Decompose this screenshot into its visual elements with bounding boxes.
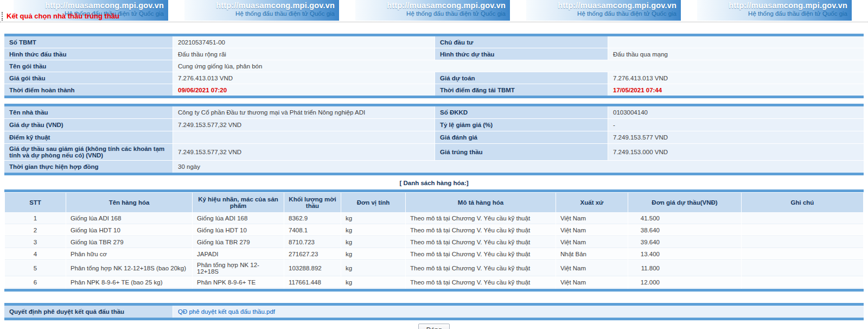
goods-cell: 103288.892 (284, 261, 341, 276)
banner-subtitle-text: Hệ thống đấu thầu điện tử Quốc gia (697, 10, 847, 17)
field-label: Thời điểm hoàn thành (4, 84, 173, 96)
field-label: Giá trúng thầu (435, 144, 608, 160)
goods-column-header: Ghi chú (742, 193, 863, 212)
goods-column-header: Khối lượng mời thầu (284, 193, 341, 212)
banner-subtitle-text: Hệ thống đấu thầu điện tử Quốc gia (355, 10, 506, 17)
goods-cell: kg (341, 249, 405, 260)
field-label: Số TBMT (4, 36, 173, 48)
goods-cell: 4 (5, 249, 66, 260)
completion-time-value: 09/06/2021 07:20 (173, 84, 435, 96)
goods-column-header: Đơn vị tính (341, 193, 405, 212)
banner-url-text: http://muasamcong.mpi.gov.vn (526, 1, 676, 10)
goods-cell: Phân hữu cơ (66, 249, 192, 260)
banner-subtitle-text: Hệ thống đấu thầu điện tử Quốc gia (184, 10, 335, 17)
field-value: Đấu thầu rộng rãi (173, 48, 435, 60)
goods-cell: Theo mô tả tại Chương V. Yêu cầu kỹ thuậ… (406, 249, 556, 260)
field-value: 7.249.153.000 VND (608, 144, 864, 160)
title-drag-handle (2, 12, 3, 21)
field-label: Tên gói thầu (4, 60, 173, 72)
field-label: Giá dự thầu sau giảm giá (không tính các… (4, 144, 173, 160)
main-content: Số TBMT 20210537451-00 Chủ đầu tư Hình t… (4, 34, 864, 329)
goods-cell: JAPADI (193, 249, 284, 260)
field-value: 7.276.413.013 VND (608, 72, 864, 84)
tender-info-table: Số TBMT 20210537451-00 Chủ đầu tư Hình t… (4, 34, 864, 98)
goods-column-header: Đơn giá dự thầu(VNĐ) (628, 193, 741, 212)
banner-url-text: http://muasamcong.mpi.gov.vn (14, 1, 164, 10)
goods-cell: 3 (5, 237, 66, 248)
field-label: Điểm kỹ thuật (4, 131, 173, 143)
table-row: 3Giống lúa TBR 279Giống lúa TBR 2798710.… (5, 237, 863, 248)
goods-cell (742, 225, 863, 236)
goods-cell: Giống lúa HDT 10 (66, 225, 192, 236)
field-value: 7.249.153.577,32 VND (173, 144, 435, 160)
watermark-banner-row: http://muasamcong.mpi.gov.vn Hệ thống đấ… (0, 0, 868, 21)
field-value: Công ty Cổ phần Đầu tư thương mại và Phá… (173, 106, 435, 118)
goods-cell: 11.800 (628, 261, 741, 276)
goods-cell (742, 213, 863, 224)
goods-cell: Việt Nam (556, 277, 628, 288)
goods-cell: Theo mô tả tại Chương V. Yêu cầu kỹ thuậ… (406, 237, 556, 248)
goods-cell: Giống lúa ADI 168 (193, 213, 284, 224)
watermark-banner: http://muasamcong.mpi.gov.vn Hệ thống đấ… (184, 0, 339, 21)
goods-cell: kg (341, 277, 405, 288)
banner-url-text: http://muasamcong.mpi.gov.vn (184, 1, 335, 10)
goods-cell: 1 (5, 213, 66, 224)
field-label: Giá dự toán (435, 72, 608, 84)
goods-column-header: Xuất xứ (556, 193, 628, 212)
goods-column-header: STT (5, 193, 66, 212)
goods-cell: kg (341, 261, 405, 276)
goods-cell: 39.640 (628, 237, 741, 248)
field-value: 0103004140 (608, 106, 864, 118)
decision-section: Quyết định phê duyệt kết quả đấu thầu QĐ… (4, 303, 864, 320)
field-value: 7.249.153.577,32 VND (173, 119, 435, 131)
footer: Đóng (4, 324, 864, 329)
field-label: Hình thức dự thầu (435, 48, 608, 60)
goods-cell: Việt Nam (556, 225, 628, 236)
field-label: Thời điểm đăng tải TBMT (435, 84, 608, 96)
goods-table: STTTên hàng hóaKý hiệu nhãn, mác của sản… (4, 189, 864, 292)
goods-cell (742, 261, 863, 276)
goods-cell: Giống lúa TBR 279 (193, 237, 284, 248)
decision-label: Quyết định phê duyệt kết quả đấu thầu (4, 306, 173, 318)
goods-cell (742, 249, 863, 260)
goods-cell: Phân NPK 8-9-6+ TE (bao 25 kg) (66, 277, 192, 288)
goods-cell: Nhật Bản (556, 249, 628, 260)
goods-cell: Theo mô tả tại Chương V. Yêu cầu kỹ thuậ… (406, 213, 556, 224)
field-value: 7.276.413.013 VND (173, 72, 435, 84)
goods-cell: Giống lúa HDT 10 (193, 225, 284, 236)
goods-cell: Theo mô tả tại Chương V. Yêu cầu kỹ thuậ… (406, 277, 556, 288)
goods-cell: Giống lúa TBR 279 (66, 237, 192, 248)
banner-url-text: http://muasamcong.mpi.gov.vn (355, 1, 506, 10)
table-row: 5Phân tổng hợp NK 12-12+18S (bao 20kg)Ph… (5, 261, 863, 276)
goods-cell (742, 237, 863, 248)
goods-cell: 41.500 (628, 213, 741, 224)
field-label: Thời gian thực hiện hợp đồng (4, 161, 173, 173)
decision-value-cell: QĐ phê duyệt kết quả đấu thầu.pdf (173, 306, 864, 318)
goods-cell: Giống lúa ADI 168 (66, 213, 192, 224)
goods-cell: 117661.448 (284, 277, 341, 288)
goods-cell: Việt Nam (556, 261, 628, 276)
goods-list-caption: [ Danh sách hàng hóa:] (4, 180, 864, 186)
goods-cell: 7408.1 (284, 225, 341, 236)
field-label: Chủ đầu tư (435, 36, 608, 48)
goods-column-header: Tên hàng hóa (66, 193, 192, 212)
goods-cell: 271627.23 (284, 249, 341, 260)
field-label: Tên nhà thầu (4, 106, 173, 118)
goods-cell: 12.000 (628, 277, 741, 288)
field-value (608, 36, 864, 48)
goods-cell: 13.400 (628, 249, 741, 260)
decision-pdf-link[interactable]: QĐ phê duyệt kết quả đấu thầu.pdf (178, 308, 275, 315)
goods-cell: 8710.723 (284, 237, 341, 248)
banner-url-text: http://muasamcong.mpi.gov.vn (697, 1, 847, 10)
field-label: Số ĐKKD (435, 106, 608, 118)
field-label: Giá dự thầu (VND) (4, 119, 173, 131)
goods-cell: Theo mô tả tại Chương V. Yêu cầu kỹ thuậ… (406, 261, 556, 276)
goods-cell: Việt Nam (556, 237, 628, 248)
goods-cell: Phân NPK 8-9-6+ TE (193, 277, 284, 288)
close-button[interactable]: Đóng (418, 324, 450, 329)
field-label: Giá gói thầu (4, 72, 173, 84)
goods-cell: Phân tổng hợp NK 12-12+18S (bao 20kg) (66, 261, 192, 276)
goods-cell (742, 277, 863, 288)
watermark-banner: http://muasamcong.mpi.gov.vn Hệ thống đấ… (697, 0, 852, 21)
field-value: 30 ngày (173, 161, 864, 173)
